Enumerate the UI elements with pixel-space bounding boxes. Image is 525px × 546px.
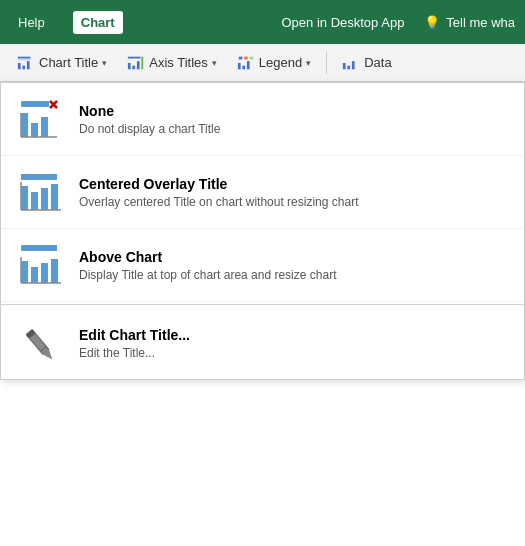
svg-rect-14 [244, 56, 248, 59]
axis-titles-chevron: ▾ [212, 58, 217, 68]
edit-title-desc: Edit the Title... [79, 346, 190, 360]
svg-rect-37 [41, 263, 48, 283]
svg-rect-36 [31, 267, 38, 283]
menu-item-none[interactable]: None Do not display a chart Title [1, 83, 524, 156]
data-icon [342, 54, 360, 72]
svg-rect-7 [133, 65, 136, 69]
svg-rect-29 [31, 192, 38, 210]
chart-title-button[interactable]: Chart Title ▾ [8, 49, 116, 77]
svg-rect-11 [242, 65, 245, 69]
chart-title-chevron: ▾ [102, 58, 107, 68]
svg-rect-17 [348, 65, 351, 69]
legend-chevron: ▾ [306, 58, 311, 68]
svg-rect-8 [137, 61, 140, 69]
svg-rect-3 [22, 65, 25, 69]
centered-overlay-text: Centered Overlay Title Overlay centered … [79, 176, 358, 209]
centered-overlay-icon [17, 168, 65, 216]
data-label: Data [364, 55, 391, 70]
above-chart-title: Above Chart [79, 249, 336, 265]
svg-rect-12 [247, 61, 250, 69]
edit-title-text: Edit Chart Title... Edit the Title... [79, 327, 190, 360]
svg-rect-34 [21, 245, 57, 251]
svg-rect-15 [249, 56, 253, 59]
chart-toolbar: Chart Title ▾ Axis Titles ▾ Legend ▾ [0, 44, 525, 82]
svg-rect-18 [352, 61, 355, 69]
svg-rect-13 [239, 56, 243, 59]
svg-rect-6 [128, 63, 131, 69]
svg-rect-27 [21, 174, 57, 180]
tab-help[interactable]: Help [10, 11, 53, 34]
svg-rect-22 [21, 113, 28, 137]
svg-rect-30 [41, 188, 48, 210]
menu-item-centered-overlay[interactable]: Centered Overlay Title Overlay centered … [1, 156, 524, 229]
chart-title-label: Chart Title [39, 55, 98, 70]
menu-item-above-chart[interactable]: Above Chart Display Title at top of char… [1, 229, 524, 302]
none-desc: Do not display a chart Title [79, 122, 220, 136]
open-desktop-button[interactable]: Open in Desktop App [282, 15, 405, 30]
svg-rect-1 [18, 59, 31, 60]
svg-rect-5 [128, 56, 141, 58]
svg-rect-31 [51, 184, 58, 210]
svg-rect-16 [343, 63, 346, 69]
none-title: None [79, 103, 220, 119]
centered-overlay-title: Centered Overlay Title [79, 176, 358, 192]
ribbon-top-bar: Help Chart Open in Desktop App 💡 Tell me… [0, 0, 525, 44]
svg-rect-19 [21, 101, 49, 107]
svg-rect-2 [18, 63, 21, 69]
legend-label: Legend [259, 55, 302, 70]
legend-icon [237, 54, 255, 72]
svg-rect-0 [18, 56, 31, 58]
svg-rect-28 [21, 186, 28, 210]
data-button[interactable]: Data [333, 49, 400, 77]
svg-rect-35 [21, 261, 28, 283]
svg-rect-23 [31, 123, 38, 137]
svg-rect-38 [51, 259, 58, 283]
above-chart-icon [17, 241, 65, 289]
tell-me-area[interactable]: 💡 Tell me wha [424, 15, 515, 30]
svg-rect-10 [238, 63, 241, 69]
svg-rect-9 [142, 56, 144, 69]
none-text: None Do not display a chart Title [79, 103, 220, 136]
legend-button[interactable]: Legend ▾ [228, 49, 320, 77]
menu-item-edit-title[interactable]: Edit Chart Title... Edit the Title... [1, 307, 524, 379]
above-chart-text: Above Chart Display Title at top of char… [79, 249, 336, 282]
chart-title-dropdown: None Do not display a chart Title Center… [0, 82, 525, 380]
none-icon [17, 95, 65, 143]
svg-rect-4 [27, 61, 30, 69]
svg-rect-24 [41, 117, 48, 137]
lightbulb-icon: 💡 [424, 15, 440, 30]
above-chart-desc: Display Title at top of chart area and r… [79, 268, 336, 282]
axis-titles-button[interactable]: Axis Titles ▾ [118, 49, 226, 77]
tab-chart[interactable]: Chart [73, 11, 123, 34]
tell-me-text: Tell me wha [446, 15, 515, 30]
edit-title-label: Edit Chart Title... [79, 327, 190, 343]
chart-title-icon [17, 54, 35, 72]
toolbar-divider [326, 52, 327, 74]
menu-separator [1, 304, 524, 305]
axis-titles-label: Axis Titles [149, 55, 208, 70]
axis-titles-icon [127, 54, 145, 72]
edit-title-icon [17, 319, 65, 367]
centered-overlay-desc: Overlay centered Title on chart without … [79, 195, 358, 209]
